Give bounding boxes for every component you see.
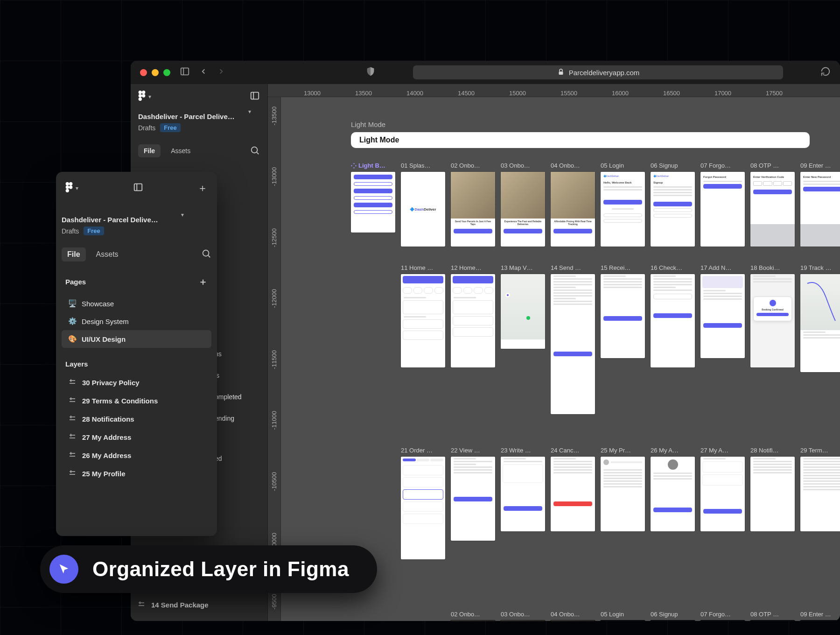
- search-icon[interactable]: [201, 248, 211, 261]
- frame-title[interactable]: 08 OTP …: [750, 611, 795, 618]
- frame-thumb[interactable]: Send Your Parcels In Just A Few Taps: [451, 172, 495, 247]
- frame-thumb[interactable]: [800, 457, 840, 531]
- frame-thumb[interactable]: 🔷DashDeliver Hello, Welcome Back: [601, 172, 645, 247]
- frame-thumb[interactable]: Booking Confirmed: [750, 274, 795, 367]
- file-title[interactable]: Dashdeliver - Parcel Delive…: [62, 216, 178, 224]
- frame-title[interactable]: 12 Home…: [451, 264, 495, 271]
- frame-thumb[interactable]: Enter Verification Code: [750, 172, 795, 247]
- frame-title[interactable]: 01 Splas…: [401, 162, 445, 169]
- frame-title[interactable]: 24 Canc…: [551, 447, 595, 454]
- frame-title[interactable]: 05 Login: [601, 611, 645, 618]
- search-icon[interactable]: [250, 145, 260, 157]
- file-location[interactable]: Drafts: [138, 124, 155, 132]
- frame-title[interactable]: 29 Term…: [800, 447, 840, 454]
- close-icon[interactable]: [140, 69, 147, 76]
- frame-thumb[interactable]: [451, 457, 495, 541]
- frame-title[interactable]: 18 Booki…: [750, 264, 795, 271]
- add-icon[interactable]: ＋: [197, 181, 208, 195]
- frame-title[interactable]: 06 Signup: [651, 162, 695, 169]
- reload-icon[interactable]: [820, 66, 831, 78]
- frame-title[interactable]: 14 Send …: [551, 264, 595, 271]
- frame-title[interactable]: Light B…: [351, 162, 395, 169]
- frame-thumb[interactable]: Enter New Password: [800, 621, 840, 621]
- sidebar-toggle-icon[interactable]: [180, 66, 190, 78]
- chevron-down-icon[interactable]: ▾: [76, 185, 78, 191]
- frame-title[interactable]: 04 Onbo…: [551, 162, 595, 169]
- frame-title[interactable]: 06 Signup: [651, 611, 695, 618]
- layer-item[interactable]: 29 Terms & Conditions: [62, 392, 211, 410]
- page-item-showcase[interactable]: 🖥️ Showcase: [62, 295, 211, 312]
- frame-title[interactable]: 05 Login: [601, 162, 645, 169]
- panel-toggle-icon[interactable]: [250, 91, 260, 102]
- layer-item[interactable]: 14 Send Package: [137, 600, 209, 610]
- frame-thumb[interactable]: 🔷DashDeliver Signup: [651, 172, 695, 247]
- frame-thumb[interactable]: [401, 457, 445, 559]
- frame-title[interactable]: 19 Track …: [800, 264, 840, 271]
- frame-title[interactable]: 13 Map V…: [501, 264, 545, 271]
- tab-file[interactable]: File: [138, 144, 161, 157]
- frame-thumb[interactable]: Forgot Password: [700, 172, 745, 247]
- frame-thumb[interactable]: [551, 621, 595, 621]
- frame-title[interactable]: 08 OTP …: [750, 162, 795, 169]
- figma-logo-icon[interactable]: [65, 182, 73, 194]
- panel-toggle-icon[interactable]: [133, 182, 143, 194]
- page-item-uiux-design[interactable]: 🎨 UI/UX Design: [62, 330, 211, 348]
- chevron-down-icon[interactable]: ▾: [148, 93, 151, 100]
- file-title[interactable]: Dashdeliver - Parcel Delive…: [138, 113, 245, 120]
- frame-thumb[interactable]: Affordable Pricing With Real-Time Tracki…: [551, 172, 595, 247]
- frame-title[interactable]: 03 Onbo…: [501, 162, 545, 169]
- frame-title[interactable]: 02 Onbo…: [451, 611, 495, 618]
- frame-thumb[interactable]: [601, 457, 645, 531]
- frame-title[interactable]: 11 Home …: [401, 264, 445, 271]
- layer-item[interactable]: 26 My Address: [62, 446, 211, 465]
- frame-title[interactable]: 23 Write …: [501, 447, 545, 454]
- frame-thumb[interactable]: [501, 457, 545, 531]
- frame-thumb[interactable]: [551, 457, 595, 531]
- free-badge[interactable]: Free: [84, 226, 104, 235]
- frame-thumb[interactable]: [651, 457, 695, 531]
- frame-title[interactable]: 15 Recei…: [601, 264, 645, 271]
- frame-thumb[interactable]: [551, 274, 595, 414]
- frame-title[interactable]: 17 Add N…: [700, 264, 745, 271]
- tab-assets[interactable]: Assets: [96, 250, 119, 259]
- frame-thumb[interactable]: Forgot Password: [700, 621, 745, 621]
- frame-thumb[interactable]: [451, 621, 495, 621]
- frame-thumb[interactable]: Experience The Fast and Reliable Deliver…: [501, 172, 545, 247]
- frame-title[interactable]: 09 Enter …: [800, 162, 840, 169]
- frame-title[interactable]: 03 Onbo…: [501, 611, 545, 618]
- frame-thumb[interactable]: [351, 172, 395, 233]
- tab-assets[interactable]: Assets: [171, 147, 190, 155]
- frame-title[interactable]: 04 Onbo…: [551, 611, 595, 618]
- frame-title[interactable]: 09 Enter …: [800, 611, 840, 618]
- tab-file[interactable]: File: [62, 247, 86, 261]
- free-badge[interactable]: Free: [160, 123, 180, 132]
- frame-thumb[interactable]: 🔷DashDeliver: [401, 172, 445, 247]
- page-item-design-system[interactable]: ⚙️ Design System: [62, 312, 211, 330]
- frame-thumb[interactable]: [700, 457, 745, 531]
- section-title-pill[interactable]: Light Mode: [351, 132, 810, 148]
- file-location[interactable]: Drafts: [62, 227, 79, 235]
- maximize-icon[interactable]: [163, 69, 170, 76]
- shield-icon[interactable]: [365, 66, 376, 78]
- frame-title[interactable]: 21 Order …: [401, 447, 445, 454]
- frame-title[interactable]: 07 Forgo…: [700, 611, 745, 618]
- layer-item[interactable]: 25 My Profile: [62, 465, 211, 483]
- add-page-icon[interactable]: ＋: [198, 275, 208, 288]
- frame-thumb[interactable]: Enter Verification Code: [750, 621, 795, 621]
- address-bar[interactable]: Parceldeliveryapp.com: [413, 65, 783, 79]
- frame-title[interactable]: 25 My Pr…: [601, 447, 645, 454]
- layer-item[interactable]: 27 My Address: [62, 428, 211, 446]
- back-icon[interactable]: [199, 67, 208, 78]
- frame-title[interactable]: 02 Onbo…: [451, 162, 495, 169]
- chevron-down-icon[interactable]: ▾: [248, 108, 251, 115]
- frame-title[interactable]: 27 My A…: [700, 447, 745, 454]
- chevron-down-icon[interactable]: ▾: [181, 212, 184, 218]
- layer-item[interactable]: 30 Privacy Policy: [62, 374, 211, 392]
- frame-thumb[interactable]: 🔷DashDeliverHello, Welcome Back: [601, 621, 645, 621]
- frame-thumb[interactable]: 🔷DashDeliver: [651, 621, 695, 621]
- window-controls[interactable]: [140, 69, 170, 76]
- frame-thumb[interactable]: [501, 274, 545, 349]
- layer-item[interactable]: 28 Notifications: [62, 410, 211, 428]
- frame-title[interactable]: 22 View …: [451, 447, 495, 454]
- frame-thumb[interactable]: Enter New Password: [800, 172, 840, 247]
